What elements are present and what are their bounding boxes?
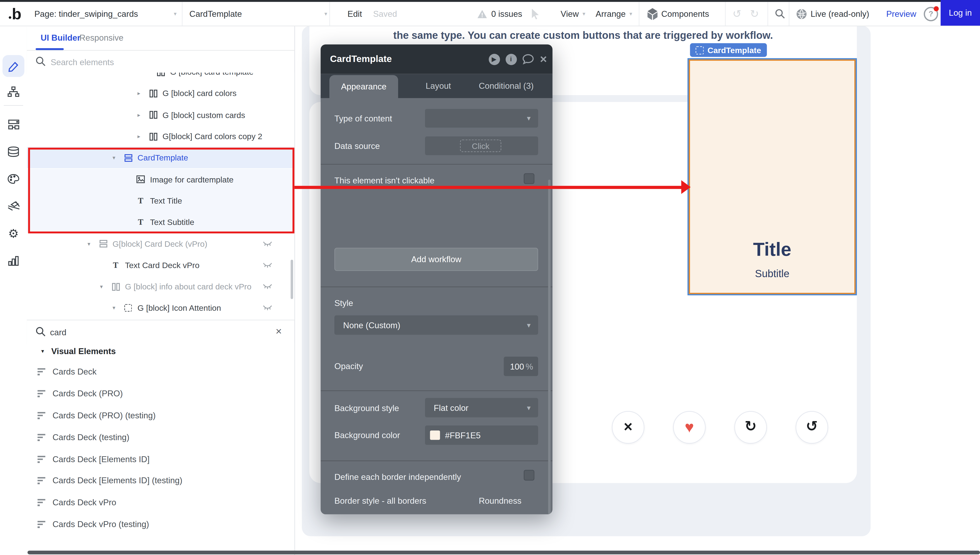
tree-item[interactable]: ▾G [block] Icon Attention	[27, 297, 294, 319]
clickable-checkbox[interactable]	[524, 173, 534, 184]
result-item[interactable]: Cards Deck vPro	[27, 492, 294, 513]
styles-tab-icon[interactable]	[0, 168, 27, 189]
cols-element-icon	[149, 89, 158, 98]
redo-icon[interactable]: ↻	[750, 2, 759, 26]
tab-layout[interactable]: Layout	[425, 74, 451, 98]
tree-item[interactable]: ▸G [block] card colors	[27, 83, 294, 104]
result-item[interactable]: Cards Deck (testing)	[27, 426, 294, 448]
tab-ui-builder[interactable]: UI Builder	[41, 26, 80, 50]
color-swatch[interactable]	[430, 430, 440, 440]
style-dropdown[interactable]: None (Custom)▼	[334, 315, 538, 335]
element-selector-label: CardTemplate	[189, 9, 242, 18]
card-template-element[interactable]: Title Subtitle	[687, 58, 857, 295]
style-label: Style	[334, 298, 353, 308]
cursor-tool-icon[interactable]	[531, 2, 540, 26]
independent-borders-checkbox[interactable]	[524, 470, 534, 481]
type-of-content-dropdown[interactable]: ▼	[425, 109, 538, 128]
page-selector-label: Page: tinder_swiping_cards	[35, 9, 138, 18]
element-search-row	[27, 50, 294, 74]
result-item[interactable]: Cards Deck (PRO) (testing)	[27, 404, 294, 426]
workflow-tab-icon[interactable]	[0, 81, 27, 102]
background-style-dropdown[interactable]: Flat color▼	[425, 398, 538, 417]
result-item[interactable]: Cards Deck vPro (testing)	[27, 513, 294, 535]
tree-item[interactable]: ▾G [block] info about card deck vPro	[27, 276, 294, 298]
help-button[interactable]: ?	[924, 2, 938, 26]
add-workflow-button[interactable]: Add workflow	[334, 248, 538, 271]
caret-right-icon[interactable]: ▸	[137, 133, 140, 140]
element-filter-input[interactable]	[49, 325, 257, 340]
opacity-input[interactable]: 100 %	[504, 357, 538, 376]
close-button[interactable]: ×	[612, 411, 644, 444]
issues-count[interactable]: 0 issues	[491, 2, 522, 26]
page-selector[interactable]: Page: tinder_swiping_cards	[35, 2, 138, 26]
close-icon[interactable]: ×	[537, 53, 549, 65]
result-item-label: Cards Deck vPro	[53, 498, 116, 507]
result-item[interactable]: Cards Deck [Elements ID] (testing)	[27, 470, 294, 492]
undo-icon[interactable]: ↺	[732, 2, 741, 26]
run-workflow-icon[interactable]: ▶	[488, 53, 500, 65]
info-icon[interactable]: i	[505, 53, 517, 65]
tree-item[interactable]: ▸G[block] Card colors copy 2	[27, 126, 294, 147]
cards-deck-element-icon	[37, 499, 46, 507]
login-button[interactable]: Log in	[940, 0, 980, 26]
tree-item-label: G[block] Card colors copy 2	[162, 132, 262, 141]
refresh-button[interactable]: ↻	[734, 411, 767, 444]
bubble-logo[interactable]: b	[9, 2, 21, 26]
eye-closed-icon[interactable]	[262, 241, 272, 247]
horizontal-scrollbar[interactable]	[27, 551, 980, 555]
result-item[interactable]: Cards Deck (PRO)	[27, 383, 294, 404]
data-tab-icon[interactable]	[0, 141, 27, 162]
result-item[interactable]: Cards Deck	[27, 361, 294, 383]
edit-menu[interactable]: Edit	[347, 2, 362, 26]
plugins-tab-icon[interactable]	[0, 195, 27, 217]
page-selector-caret-icon[interactable]: ▾	[170, 2, 176, 26]
caret-down-icon[interactable]: ▾	[100, 284, 103, 290]
result-item-label: Cards Deck (PRO) (testing)	[53, 411, 156, 420]
selected-element-badge[interactable]: CardTemplate	[690, 43, 767, 57]
tree-item[interactable]: TText Card Deck vPro	[27, 255, 294, 276]
eye-closed-icon[interactable]	[262, 305, 272, 311]
components-menu[interactable]: Components	[661, 2, 709, 26]
tree-item[interactable]: ▸G [block] custom cards	[27, 104, 294, 126]
element-selector[interactable]: CardTemplate	[189, 2, 242, 26]
arrange-menu[interactable]: Arrange▾	[596, 2, 632, 26]
caret-right-icon[interactable]: ▸	[137, 90, 140, 97]
search-elements-input[interactable]	[50, 55, 240, 69]
card-title[interactable]: Title	[689, 239, 856, 260]
data-source-field[interactable]: Click	[425, 136, 538, 155]
results-section-header[interactable]: ▾ Visual Elements	[27, 343, 294, 361]
eye-closed-icon[interactable]	[262, 262, 272, 268]
comment-icon[interactable]	[522, 53, 534, 65]
clear-filter-icon[interactable]: ×	[276, 325, 282, 338]
like-button[interactable]: ♥	[673, 411, 705, 444]
element-selector-caret-icon[interactable]: ▾	[321, 2, 327, 26]
tab-appearance[interactable]: Appearance	[329, 75, 398, 98]
caret-down-icon[interactable]: ▾	[112, 305, 115, 311]
chevron-down-icon: ▼	[526, 322, 532, 329]
property-editor-titlebar[interactable]: CardTemplate ▶ i ×	[321, 45, 552, 74]
tab-conditional[interactable]: Conditional (3)	[479, 74, 534, 98]
tree-item[interactable]: G [block] card template	[27, 73, 294, 83]
search-icon	[36, 56, 46, 66]
live-mode-label[interactable]: Live (read-only)	[811, 2, 869, 26]
caret-right-icon[interactable]: ▸	[137, 112, 140, 118]
background-color-input[interactable]: #FBF1E5	[425, 425, 538, 445]
result-item[interactable]: Cards Deck [Elements ID]	[27, 448, 294, 470]
logs-tab-icon[interactable]	[0, 250, 27, 272]
settings-tab-icon[interactable]: ⚙	[0, 223, 27, 244]
view-menu[interactable]: View▾	[561, 2, 585, 26]
property-editor: CardTemplate ▶ i × Appearance Layout Con…	[321, 45, 552, 514]
blocks-tab-icon[interactable]	[0, 114, 27, 135]
card-subtitle[interactable]: Subtitle	[689, 268, 856, 280]
tree-item[interactable]: ▾G[block] Card Deck (vPro)	[27, 233, 294, 255]
eye-closed-icon[interactable]	[262, 284, 272, 290]
data-source-click-button[interactable]: Click	[460, 140, 501, 152]
tab-responsive[interactable]: Responsive	[79, 26, 123, 50]
tree-scrollbar[interactable]	[291, 260, 293, 299]
search-icon[interactable]	[775, 2, 785, 26]
inspector-scrollbar[interactable]	[548, 180, 551, 514]
preview-button[interactable]: Preview	[886, 2, 916, 26]
caret-down-icon[interactable]: ▾	[88, 241, 90, 247]
design-tab-icon[interactable]	[0, 56, 27, 77]
undo-button[interactable]: ↺	[796, 411, 828, 444]
